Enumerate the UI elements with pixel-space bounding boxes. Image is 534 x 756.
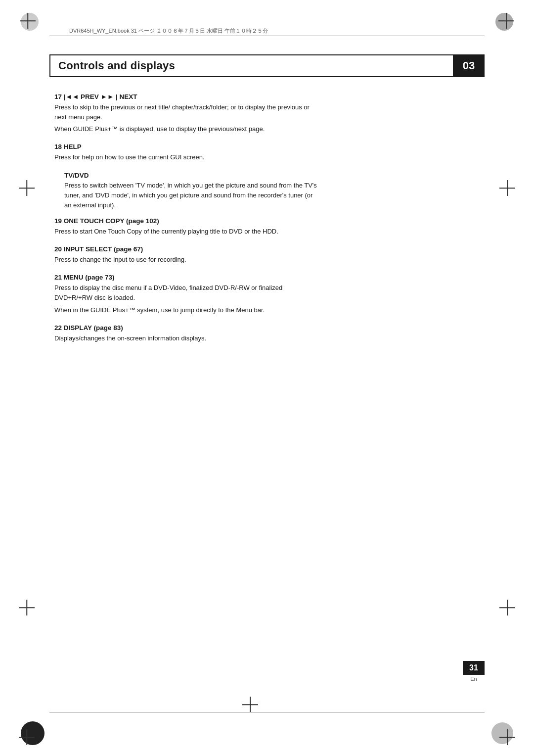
section-22-title-text: 22 DISPLAY <box>54 324 92 331</box>
section-21-page-ref: (page 73) <box>85 274 114 281</box>
section-22: 22 DISPLAY (page 83) Displays/changes th… <box>54 324 480 343</box>
section-22-para-1: Displays/changes the on-screen informati… <box>54 333 312 343</box>
section-17-title-text: 17 |◄◄ PREV ►► | NEXT <box>54 93 137 100</box>
crosshair-left-mid-top <box>19 180 35 196</box>
page-number-area: 31 En <box>463 661 485 682</box>
section-18: 18 HELP Press for help on how to use the… <box>54 143 480 162</box>
section-17: 17 |◄◄ PREV ►► | NEXT Press to skip to t… <box>54 93 480 134</box>
content-body: 17 |◄◄ PREV ►► | NEXT Press to skip to t… <box>49 93 485 343</box>
section-tvdvd-para-1: Press to switch between 'TV mode', in wh… <box>64 181 321 210</box>
bottom-rule <box>49 712 485 712</box>
section-21-para-2: When in the GUIDE Plus+™ system, use to … <box>54 305 312 315</box>
section-19-title-text: 19 ONE TOUCH COPY <box>54 217 124 225</box>
crosshair-tr <box>498 13 514 29</box>
page-container: DVR645H_WY_EN.book 31 ページ ２００６年７月５日 水曜日 … <box>0 0 534 756</box>
crosshair-right-mid-bot <box>499 600 515 615</box>
section-tvdvd-title-text: TV/DVD <box>64 172 89 179</box>
section-19: 19 ONE TOUCH COPY (page 102) Press to st… <box>54 217 480 236</box>
crosshair-left-mid-bot <box>19 600 35 615</box>
header-rule <box>49 36 485 36</box>
section-21-title: 21 MENU (page 73) <box>54 274 480 281</box>
chapter-title: Controls and displays <box>58 59 443 72</box>
section-17-title: 17 |◄◄ PREV ►► | NEXT <box>54 93 480 100</box>
section-20-para-1: Press to change the input to use for rec… <box>54 255 312 265</box>
section-17-para-2: When GUIDE Plus+™ is displayed, use to d… <box>54 124 312 134</box>
section-18-para-1: Press for help on how to use the current… <box>54 152 312 162</box>
crosshair-bl <box>19 729 35 745</box>
section-19-title: 19 ONE TOUCH COPY (page 102) <box>54 217 480 225</box>
chapter-title-bar: Controls and displays <box>49 54 453 77</box>
section-tvdvd: TV/DVD Press to switch between 'TV mode'… <box>64 172 480 210</box>
section-22-title: 22 DISPLAY (page 83) <box>54 324 480 331</box>
section-20-title: 20 INPUT SELECT (page 67) <box>54 245 480 253</box>
section-21: 21 MENU (page 73) Press to display the d… <box>54 274 480 315</box>
crosshair-br <box>499 729 515 745</box>
section-18-title-text: 18 HELP <box>54 143 82 150</box>
crosshair-tl <box>20 13 36 29</box>
header-file-info: DVR645H_WY_EN.book 31 ページ ２００６年７月５日 水曜日 … <box>69 27 268 35</box>
section-18-title: 18 HELP <box>54 143 480 150</box>
section-21-para-1: Press to display the disc menu if a DVD-… <box>54 283 312 303</box>
section-22-page-ref: (page 83) <box>94 324 123 331</box>
section-20-page-ref: (page 67) <box>114 245 143 253</box>
section-20-title-text: 20 INPUT SELECT <box>54 245 112 253</box>
crosshair-right-mid-top <box>499 180 515 196</box>
section-20: 20 INPUT SELECT (page 67) Press to chang… <box>54 245 480 265</box>
page-lang: En <box>470 676 477 682</box>
section-17-para-1: Press to skip to the previous or next ti… <box>54 102 312 122</box>
chapter-number: 03 <box>453 54 485 77</box>
main-content: Controls and displays 03 17 |◄◄ PREV ►► … <box>49 45 485 707</box>
section-19-para-1: Press to start One Touch Copy of the cur… <box>54 227 312 236</box>
section-19-page-ref: (page 102) <box>126 217 159 225</box>
chapter-header: Controls and displays 03 <box>49 54 485 77</box>
section-21-title-text: 21 MENU <box>54 274 84 281</box>
page-number: 31 <box>463 661 485 675</box>
section-tvdvd-title: TV/DVD <box>64 172 480 179</box>
